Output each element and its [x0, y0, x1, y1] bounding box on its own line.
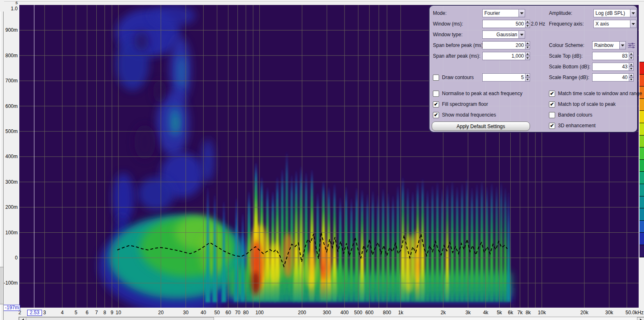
setting-scale-bottom-db-decrement-button[interactable] [629, 67, 634, 71]
setting-span-before-peak-ms-increment-button[interactable] [525, 41, 530, 45]
vertical-scrollbar[interactable] [0, 12, 4, 320]
setting-draw-contours-increment-button[interactable] [525, 73, 530, 77]
vertical-scrollbar-thumb[interactable] [0, 267, 3, 304]
setting-scale-bottom-db-value[interactable]: 43 [592, 63, 630, 71]
scroll-right-button[interactable] [637, 317, 644, 320]
setting-frequency-axis-value[interactable]: X axis [593, 20, 631, 28]
x-tick-label: 7 [95, 310, 98, 315]
option-match-time-scale-to-window-and-range-checkbox[interactable]: ✔ [549, 91, 555, 97]
setting-span-before-peak-ms-spin-buttons[interactable] [525, 41, 530, 49]
setting-span-before-peak-ms-label: Span before peak (ms): [433, 41, 484, 49]
x-tick-label: 20k [580, 310, 588, 315]
colorbar-segment [639, 184, 644, 196]
x-tick-label: 7k [517, 310, 523, 315]
x-tick-label: 10k [538, 310, 546, 315]
setting-span-after-peak-ms-decrement-button[interactable] [525, 56, 530, 60]
option-banded-colours-checkbox[interactable] [549, 112, 555, 118]
setting-window-ms-spin-buttons[interactable] [525, 20, 530, 28]
option-show-modal-frequencies-checkbox[interactable]: ✔ [433, 112, 439, 118]
apply-default-settings-button[interactable]: Apply Default Settings [432, 121, 530, 131]
rew-spectrogram-window: s 1.0900m800m700m600m500m400m300m200m100… [0, 0, 644, 320]
option-normalise-to-peak-at-each-frequency-label: Normalise to peak at each frequency [442, 89, 522, 98]
setting-span-after-peak-ms-spin-buttons[interactable] [525, 52, 530, 60]
setting-colour-scheme-dropdown-button[interactable] [619, 41, 626, 49]
x-tick-label: 5k [497, 310, 502, 315]
setting-span-before-peak-ms-decrement-icon [526, 47, 529, 48]
colorbar-segment [639, 208, 644, 221]
setting-draw-contours-checkbox[interactable] [433, 75, 439, 81]
setting-window-type-value[interactable]: Gaussian [482, 30, 519, 39]
option-normalise-to-peak-at-each-frequency-checkbox[interactable] [433, 91, 439, 97]
setting-window-type-dropdown-button[interactable] [518, 30, 525, 39]
setting-window-ms-increment-button[interactable] [525, 20, 530, 24]
setting-window-ms-decrement-icon [526, 25, 529, 27]
setting-span-after-peak-ms-value[interactable]: 1,000 [482, 52, 526, 60]
setting-window-ms-increment-icon [526, 21, 529, 23]
setting-scale-bottom-db-label: Scale Bottom (dB): [549, 63, 591, 71]
setting-amplitude-value[interactable]: Log (dB SPL) [593, 9, 631, 17]
option-3d-enhancement-checkbox[interactable]: ✔ [549, 123, 555, 129]
x-tick-label: 6 [86, 310, 88, 315]
setting-scale-range-db-increment-button[interactable] [629, 73, 634, 77]
colorbar-segment [639, 196, 644, 209]
colorbar-segment [639, 62, 644, 75]
setting-span-before-peak-ms-value[interactable]: 200 [482, 41, 526, 49]
setting-draw-contours-spin-buttons[interactable] [525, 73, 530, 82]
option-fill-spectrogram-floor-label: Fill spectrogram floor [442, 100, 488, 108]
setting-mode-dropdown-button[interactable] [518, 9, 525, 17]
horizontal-scrollbar[interactable] [19, 317, 644, 320]
setting-frequency-axis-label: Frequency axis: [549, 20, 584, 28]
x-tick-label: 400 [340, 310, 349, 315]
setting-colour-scheme-value[interactable]: Rainbow [592, 41, 620, 49]
horizontal-scrollbar-thumb[interactable] [26, 317, 214, 320]
setting-scale-top-db-decrement-button[interactable] [629, 56, 634, 60]
chevron-down-icon [632, 23, 635, 25]
spectrogram-settings-panel: Mode:FourierWindow (ms):5002.0 HzWindow … [429, 5, 638, 133]
x-tick-label: 4 [61, 310, 64, 315]
setting-scale-range-db-value[interactable]: 40 [592, 73, 630, 82]
setting-scale-range-db-decrement-button[interactable] [629, 77, 634, 82]
option-fill-spectrogram-floor-checkbox[interactable]: ✔ [433, 101, 439, 107]
setting-scale-bottom-db-increment-button[interactable] [629, 63, 634, 67]
x-tick-label: 2k [441, 310, 446, 315]
colorbar-segment [639, 221, 644, 233]
setting-scale-range-db-spin-buttons[interactable] [629, 73, 634, 82]
setting-window-type-label: Window type: [433, 30, 463, 39]
setting-span-after-peak-ms-decrement-icon [526, 57, 529, 59]
setting-span-after-peak-ms-increment-icon [526, 53, 529, 55]
chevron-down-icon [621, 44, 624, 47]
y-cursor-readout: -197m [2, 305, 20, 311]
option-match-top-of-scale-to-peak-checkbox[interactable]: ✔ [549, 101, 555, 107]
x-tick-label: 8 [103, 310, 106, 315]
x-tick-label: 40 [201, 310, 206, 315]
colorbar-segment [639, 245, 644, 257]
setting-draw-contours-value[interactable]: 5 [482, 73, 526, 82]
option-banded-colours-label: Banded colours [558, 111, 592, 119]
x-tick-label: 3 [43, 310, 46, 315]
setting-colour-scheme-label: Colour Scheme: [549, 41, 584, 49]
setting-scale-top-db-increment-button[interactable] [629, 52, 634, 56]
scroll-right-icon [640, 318, 642, 320]
setting-draw-contours-decrement-button[interactable] [525, 77, 530, 82]
x-tick-label: 50.0kHz [625, 310, 644, 315]
setting-mode-value[interactable]: Fourier [482, 9, 519, 17]
colorbar-segment [639, 135, 644, 148]
setting-span-before-peak-ms-decrement-button[interactable] [525, 45, 530, 49]
setting-frequency-axis-dropdown-button[interactable] [630, 20, 637, 28]
colour-scheme-settings-icon[interactable] [628, 42, 635, 48]
setting-window-ms-decrement-button[interactable] [525, 24, 530, 28]
setting-scale-bottom-db-spin-buttons[interactable] [629, 63, 634, 71]
colorbar-segment [639, 123, 644, 135]
x-tick-label: 8k [525, 310, 531, 315]
setting-span-after-peak-ms-increment-button[interactable] [525, 52, 530, 56]
setting-scale-top-db-spin-buttons[interactable] [629, 52, 634, 60]
setting-window-ms-value[interactable]: 500 [482, 20, 526, 28]
x-tick-label: 10 [116, 310, 121, 315]
setting-scale-top-db-label: Scale Top (dB): [549, 52, 583, 60]
setting-scale-top-db-increment-icon [630, 53, 632, 55]
setting-scale-range-db-decrement-icon [630, 79, 632, 80]
x-tick-label: 600 [365, 310, 374, 315]
setting-amplitude-dropdown-button[interactable] [630, 9, 637, 17]
scroll-left-button[interactable] [19, 317, 26, 320]
setting-scale-top-db-value[interactable]: 83 [592, 52, 630, 60]
